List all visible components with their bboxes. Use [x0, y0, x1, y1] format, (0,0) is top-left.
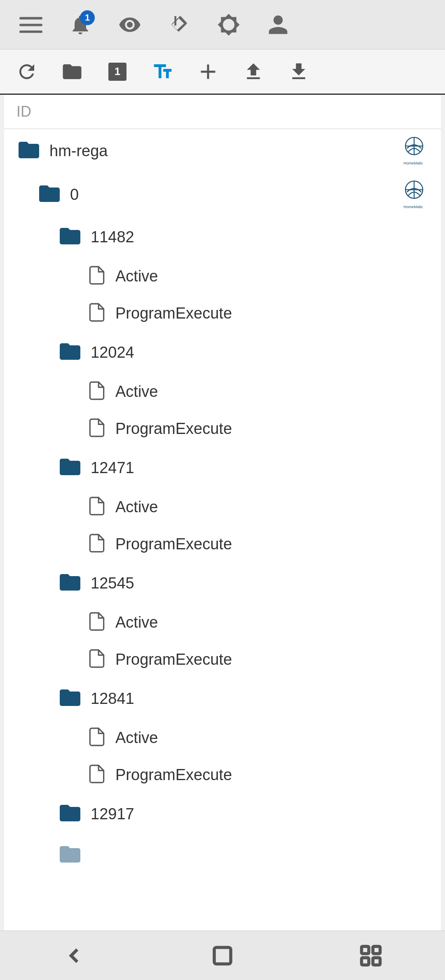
tree-label-programexecute-3: ProgramExecute: [115, 535, 232, 553]
person-button[interactable]: [264, 10, 293, 39]
tree-file-12024-programexecute[interactable]: ProgramExecute: [4, 410, 441, 447]
file-icon-active-5: [87, 727, 107, 749]
tree-folder-12841[interactable]: 12841: [4, 678, 441, 719]
folder-icon-12917: [58, 801, 82, 827]
svg-text:HomeMatic: HomeMatic: [403, 161, 423, 165]
svg-rect-1: [19, 23, 42, 26]
tree-label-hm-rega: hm-rega: [49, 142, 108, 160]
file-icon-active-2: [87, 380, 107, 403]
add-button[interactable]: [194, 57, 222, 86]
folder-icon-12024: [58, 339, 82, 366]
top-bar: 1: [0, 0, 445, 49]
folder-icon-0: [37, 181, 62, 208]
tree-file-12545-programexecute[interactable]: ProgramExecute: [4, 641, 441, 678]
notification-badge: 1: [80, 10, 95, 25]
notifications-button[interactable]: 1: [66, 10, 95, 39]
folder-icon-partial: [58, 842, 82, 868]
file-icon-active-3: [87, 496, 107, 518]
tree-label-12841: 12841: [91, 690, 134, 708]
download-button[interactable]: [284, 57, 313, 86]
tree-label-12917: 12917: [91, 805, 134, 823]
tree-label-active-5: Active: [115, 729, 158, 747]
svg-rect-0: [19, 17, 42, 19]
tree-folder-12024[interactable]: 12024: [4, 332, 441, 373]
file-icon-programexecute-3: [87, 533, 107, 555]
visibility-button[interactable]: [115, 10, 144, 39]
badge-button[interactable]: 1: [103, 57, 132, 86]
svg-rect-15: [373, 958, 380, 965]
content-area: ID hm-rega HomeMatic: [4, 95, 441, 931]
tree-label-active-2: Active: [115, 383, 158, 401]
tree-label-programexecute-2: ProgramExecute: [115, 420, 232, 438]
tree-label-active-3: Active: [115, 498, 158, 516]
text-format-button[interactable]: [148, 57, 177, 86]
svg-rect-2: [19, 30, 42, 33]
tree-folder-12471[interactable]: 12471: [4, 447, 441, 488]
folder-icon-11482: [58, 224, 82, 250]
tree-file-12545-active[interactable]: Active: [4, 604, 441, 641]
tree-label-12471: 12471: [91, 459, 134, 477]
tree-file-12841-programexecute[interactable]: ProgramExecute: [4, 756, 441, 793]
file-icon-active-4: [87, 611, 107, 633]
tree-file-12841-active[interactable]: Active: [4, 719, 441, 756]
tree-folder-12545[interactable]: 12545: [4, 563, 441, 604]
svg-rect-13: [373, 946, 380, 954]
tree-file-12024-active[interactable]: Active: [4, 373, 441, 410]
menu-button[interactable]: [16, 10, 45, 39]
svg-rect-14: [362, 958, 369, 965]
folder-icon-12545: [58, 570, 82, 596]
tree-file-11482-active[interactable]: Active: [4, 258, 441, 295]
tree-label-programexecute-5: ProgramExecute: [115, 766, 232, 784]
build-button[interactable]: [165, 10, 194, 39]
tree-label-programexecute-4: ProgramExecute: [115, 651, 232, 668]
tree-label-active-4: Active: [115, 614, 158, 631]
svg-rect-12: [362, 946, 369, 954]
tree-file-12471-programexecute[interactable]: ProgramExecute: [4, 525, 441, 563]
toolbar: 1: [0, 49, 445, 95]
file-icon-programexecute-4: [87, 648, 107, 671]
upload-button[interactable]: [239, 57, 268, 86]
tree-file-11482-programexecute[interactable]: ProgramExecute: [4, 295, 441, 332]
tree-label-active-1: Active: [115, 267, 158, 285]
tree-label-programexecute-1: ProgramExecute: [115, 305, 232, 322]
tree-folder-0[interactable]: 0 HomeMatic: [4, 173, 441, 216]
folder-icon-12471: [58, 455, 82, 481]
file-icon-active-1: [87, 265, 107, 287]
folder-icon-hm-rega: [16, 138, 41, 164]
tree-label-11482: 11482: [91, 228, 134, 246]
tree-label-12024: 12024: [91, 344, 134, 361]
tree-label-12545: 12545: [91, 574, 134, 592]
bottom-nav: [0, 931, 445, 980]
recents-button[interactable]: [354, 939, 387, 972]
home-button[interactable]: [206, 939, 239, 972]
tree-file-12471-active[interactable]: Active: [4, 488, 441, 525]
tree: hm-rega HomeMatic: [4, 129, 441, 876]
folder-button[interactable]: [58, 57, 87, 86]
id-label: ID: [16, 103, 31, 120]
tree-folder-partial[interactable]: [4, 835, 441, 876]
svg-rect-11: [214, 947, 231, 964]
file-icon-programexecute-2: [87, 417, 107, 440]
file-icon-programexecute-1: [87, 302, 107, 324]
tree-folder-11482[interactable]: 11482: [4, 216, 441, 258]
tree-label-0: 0: [70, 186, 79, 204]
folder-icon-12841: [58, 685, 82, 712]
homematic-logo-1: HomeMatic: [400, 136, 429, 165]
brightness-button[interactable]: [214, 10, 243, 39]
refresh-button[interactable]: [12, 57, 41, 86]
back-button[interactable]: [58, 939, 91, 972]
id-header: ID: [4, 95, 441, 129]
badge-number: 1: [108, 63, 126, 81]
file-icon-programexecute-5: [87, 764, 107, 786]
svg-text:HomeMatic: HomeMatic: [403, 205, 423, 209]
tree-folder-12917[interactable]: 12917: [4, 793, 441, 835]
homematic-logo-2: HomeMatic: [400, 180, 429, 209]
tree-folder-hm-rega[interactable]: hm-rega HomeMatic: [4, 129, 441, 173]
